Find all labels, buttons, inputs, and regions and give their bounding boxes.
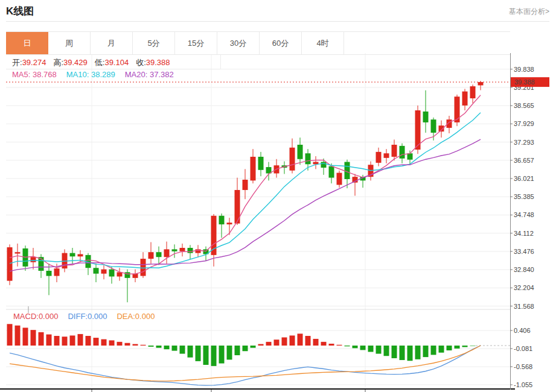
candle-body bbox=[455, 96, 460, 122]
period-tab-bar: 日周月5分15分30分60分4时 bbox=[6, 31, 510, 55]
candle-body bbox=[329, 166, 334, 178]
macd-bar bbox=[313, 339, 319, 346]
macd-bar bbox=[188, 346, 193, 358]
ma10-value: MA10: 38.289 bbox=[66, 70, 115, 79]
macd-header-row: MACD:0.000DIFF:0.000DEA:0.000 bbox=[13, 312, 155, 321]
candle-body bbox=[462, 92, 468, 106]
macd-bar bbox=[360, 346, 366, 350]
candle-body bbox=[384, 153, 389, 158]
open-label: 开: bbox=[12, 58, 22, 67]
high-label: 高: bbox=[53, 58, 63, 67]
last-price-tag: 39.388 bbox=[511, 77, 549, 87]
macd-bar bbox=[415, 346, 421, 359]
candle-body bbox=[305, 153, 311, 164]
macd-bar bbox=[172, 346, 177, 351]
macd-bar bbox=[15, 326, 21, 346]
main-axis-label: 34.112 bbox=[514, 230, 534, 237]
fundamental-analysis-link[interactable]: 基本面分析> bbox=[509, 7, 549, 17]
candles-layer bbox=[7, 81, 484, 302]
macd-bar bbox=[431, 346, 436, 355]
main-axis-label: 32.204 bbox=[514, 284, 534, 291]
tab-5分[interactable]: 5分 bbox=[133, 32, 175, 54]
candle-body bbox=[431, 119, 436, 133]
candle-body bbox=[180, 248, 185, 251]
tab-月[interactable]: 月 bbox=[91, 32, 133, 54]
macd-bar bbox=[149, 346, 154, 347]
candle-body bbox=[117, 272, 123, 276]
macd-bar bbox=[462, 346, 468, 347]
macd-bar bbox=[180, 346, 185, 354]
macd-bar bbox=[86, 336, 91, 346]
low-value: 39.104 bbox=[104, 58, 129, 67]
macd-bar bbox=[125, 343, 130, 346]
macd-bar bbox=[266, 342, 272, 346]
candle-body bbox=[376, 152, 382, 163]
macd-bar bbox=[282, 337, 287, 346]
tab-周[interactable]: 周 bbox=[48, 32, 91, 54]
candle-body bbox=[478, 82, 484, 85]
candle-body bbox=[109, 270, 115, 277]
candle-body bbox=[70, 253, 75, 257]
macd-bar bbox=[156, 346, 162, 348]
candle-body bbox=[290, 148, 295, 171]
candle-body bbox=[337, 173, 342, 185]
candle-body bbox=[470, 86, 476, 98]
main-axis-label: 37.929 bbox=[514, 120, 534, 127]
macd-bar bbox=[62, 337, 68, 346]
main-axis-label: 38.565 bbox=[514, 102, 534, 109]
candle-body bbox=[172, 249, 177, 251]
macd-bar bbox=[447, 346, 452, 350]
macd-axis-label: -0.081 bbox=[514, 345, 532, 352]
candle-body bbox=[298, 145, 303, 159]
y-axis-labels: 39.83839.20138.56537.92937.29336.65736.0… bbox=[510, 66, 534, 388]
main-axis-label: 32.840 bbox=[514, 266, 534, 273]
macd-bar bbox=[235, 346, 240, 355]
macd-bar bbox=[227, 346, 232, 359]
macd-bar bbox=[70, 335, 75, 346]
macd-bar bbox=[54, 336, 60, 346]
candle-body bbox=[345, 162, 350, 180]
main-axis-label: 36.657 bbox=[514, 157, 534, 164]
candle-body bbox=[392, 145, 397, 157]
macd-bar bbox=[219, 346, 225, 364]
candle-body bbox=[188, 248, 193, 253]
candle-body bbox=[31, 257, 36, 262]
main-axis-label: 34.748 bbox=[514, 211, 534, 218]
macd-bar bbox=[345, 346, 350, 346]
macd-bar bbox=[439, 346, 444, 353]
macd-bar bbox=[46, 335, 52, 346]
macd-bar bbox=[455, 346, 460, 349]
tab-4时[interactable]: 4时 bbox=[302, 32, 344, 54]
macd-bar bbox=[133, 344, 138, 346]
ma5-value: MA5: 38.768 bbox=[12, 70, 57, 79]
macd-bar bbox=[408, 346, 413, 361]
main-axis-label: 31.568 bbox=[514, 303, 534, 310]
macd-value: MACD:0.000 bbox=[13, 312, 58, 321]
candle-body bbox=[141, 259, 146, 276]
candle-body bbox=[46, 271, 52, 276]
macd-bar bbox=[290, 335, 295, 346]
macd-bar bbox=[298, 334, 303, 346]
tab-15分[interactable]: 15分 bbox=[175, 32, 217, 54]
page-title: K线图 bbox=[6, 4, 34, 18]
dea-value: DEA:0.000 bbox=[117, 312, 155, 321]
candle-body bbox=[15, 252, 21, 253]
candle-body bbox=[54, 268, 60, 276]
candle-body bbox=[156, 252, 162, 257]
tab-30分[interactable]: 30分 bbox=[217, 32, 260, 54]
open-value: 39.274 bbox=[22, 58, 46, 67]
macd-bar bbox=[470, 346, 476, 346]
close-label: 收: bbox=[136, 58, 146, 67]
macd-bar bbox=[392, 346, 397, 358]
ma-row: MA5: 38.768MA10: 38.289MA20: 37.382 bbox=[12, 70, 174, 79]
tab-日[interactable]: 日 bbox=[6, 32, 48, 54]
macd-bar bbox=[117, 342, 123, 346]
macd-bar bbox=[376, 346, 382, 354]
macd-bar bbox=[164, 346, 170, 349]
macd-bar bbox=[258, 344, 264, 346]
macd-bar bbox=[321, 342, 327, 346]
tab-60分[interactable]: 60分 bbox=[260, 32, 302, 54]
macd-bar bbox=[196, 346, 201, 361]
macd-bar bbox=[329, 344, 334, 346]
macd-bar bbox=[211, 346, 217, 366]
